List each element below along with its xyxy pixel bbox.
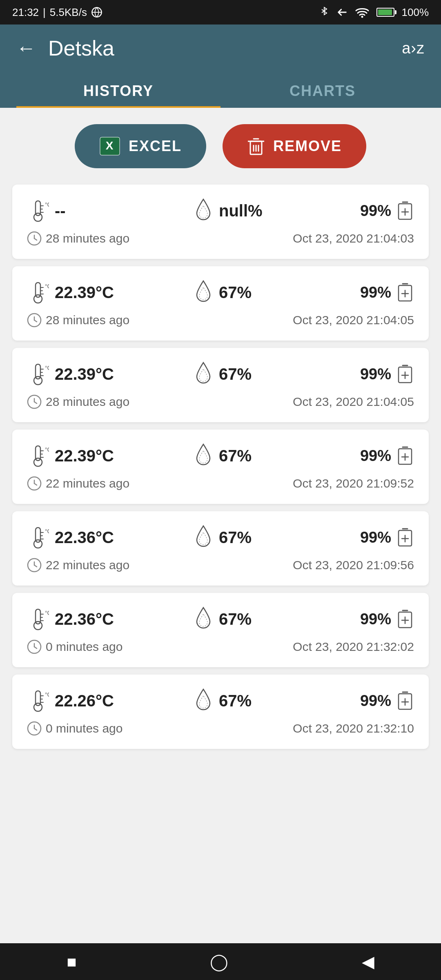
temperature-value: 22.26°C <box>55 692 114 710</box>
clock-icon <box>27 558 42 572</box>
time-ago-label: 0 minutes ago <box>46 640 122 654</box>
record-card: °C 22.36°C 67% 99% 0 minutes ago <box>12 593 429 667</box>
svg-line-48 <box>34 402 37 403</box>
record-card: °C 22.26°C 67% 99% 0 minutes ago <box>12 675 429 749</box>
record-card: °C 22.36°C 67% 99% 22 minutes ag <box>12 511 429 586</box>
excel-button[interactable]: X EXCEL <box>75 124 206 168</box>
svg-text:°C: °C <box>45 365 49 371</box>
record-card: °C 22.39°C 67% 99% 28 minutes ag <box>12 266 429 341</box>
humidity-value: null% <box>219 202 263 220</box>
arrow-icon <box>336 7 348 18</box>
nav-home-button[interactable]: ◯ <box>210 952 228 971</box>
humidity-value: 67% <box>219 528 252 547</box>
thermometer-icon: °C <box>27 524 49 549</box>
network-icon <box>91 7 102 18</box>
remove-button[interactable]: REMOVE <box>223 124 366 168</box>
bottom-nav: ■ ◯ ◀ <box>0 943 441 980</box>
battery-icon <box>376 8 394 17</box>
humidity-icon <box>194 524 213 549</box>
status-data-speed: 5.5KB/s <box>50 6 87 19</box>
svg-text:°C: °C <box>45 528 49 535</box>
thermometer-icon: °C <box>27 279 49 304</box>
tab-history[interactable]: HISTORY <box>16 73 220 108</box>
temperature-value: -- <box>55 202 66 220</box>
humidity-icon <box>194 279 213 304</box>
date-stamp: Oct 23, 2020 21:32:10 <box>293 722 414 735</box>
back-button[interactable]: ← <box>16 38 36 58</box>
date-stamp: Oct 23, 2020 21:04:05 <box>293 313 414 327</box>
status-network: | <box>43 6 46 19</box>
status-right: 100% <box>319 6 429 19</box>
status-left: 21:32 | 5.5KB/s <box>12 6 102 19</box>
clock-icon <box>27 721 42 736</box>
battery-value: 99% <box>360 610 391 628</box>
wifi-icon <box>355 7 369 18</box>
svg-point-36 <box>34 376 42 385</box>
svg-point-1 <box>361 16 363 18</box>
page-title: Detska <box>48 36 402 60</box>
trash-icon <box>247 136 265 156</box>
humidity-icon <box>194 688 213 712</box>
battery-value: 99% <box>360 692 391 710</box>
date-stamp: Oct 23, 2020 21:04:03 <box>293 232 414 245</box>
humidity-icon <box>194 443 213 467</box>
record-card: °C -- null% 99% 28 minutes ago <box>12 185 429 259</box>
svg-line-35 <box>34 320 37 322</box>
battery-card-icon <box>396 527 414 548</box>
record-card: °C 22.39°C 67% 99% 28 minutes ag <box>12 348 429 422</box>
svg-line-61 <box>34 483 37 485</box>
svg-text:°C: °C <box>45 446 49 453</box>
nav-back-button[interactable]: ◀ <box>362 952 374 971</box>
svg-text:°C: °C <box>45 201 49 208</box>
date-stamp: Oct 23, 2020 21:32:02 <box>293 640 414 654</box>
thermometer-icon: °C <box>27 606 49 630</box>
svg-line-100 <box>34 728 37 730</box>
clock-icon <box>27 639 42 654</box>
battery-card-icon <box>396 200 414 221</box>
humidity-icon <box>194 606 213 630</box>
nav-stop-button[interactable]: ■ <box>67 953 76 971</box>
humidity-icon <box>194 198 213 222</box>
battery-card-icon <box>396 445 414 466</box>
temperature-value: 22.39°C <box>55 447 114 465</box>
svg-point-62 <box>34 540 42 548</box>
svg-point-75 <box>34 621 42 630</box>
clock-icon <box>27 394 42 409</box>
tabs-container: HISTORY CHARTS <box>16 73 425 108</box>
temperature-value: 22.36°C <box>55 610 114 628</box>
svg-point-23 <box>34 295 42 303</box>
clock-icon <box>27 476 42 491</box>
battery-card-icon <box>396 609 414 629</box>
date-stamp: Oct 23, 2020 21:09:52 <box>293 477 414 490</box>
action-buttons: X EXCEL REMOVE <box>12 124 429 168</box>
thermometer-icon: °C <box>27 443 49 467</box>
humidity-value: 67% <box>219 610 252 628</box>
excel-icon: X <box>99 136 120 157</box>
svg-text:°C: °C <box>45 283 49 290</box>
time-ago-label: 28 minutes ago <box>46 313 129 327</box>
temperature-value: 22.36°C <box>55 528 114 547</box>
tab-charts[interactable]: CHARTS <box>220 73 425 108</box>
svg-point-49 <box>34 458 42 466</box>
content-area: X EXCEL REMOVE °C -- <box>0 108 441 773</box>
svg-text:X: X <box>106 139 114 152</box>
record-card: °C 22.39°C 67% 99% 22 minutes ag <box>12 430 429 504</box>
status-time: 21:32 <box>12 6 39 19</box>
cards-container: °C -- null% 99% 28 minutes ago <box>12 185 429 749</box>
humidity-value: 67% <box>219 283 252 302</box>
battery-card-icon <box>396 282 414 303</box>
bluetooth-icon <box>319 6 329 18</box>
battery-value: 99% <box>360 447 391 465</box>
humidity-value: 67% <box>219 692 252 710</box>
humidity-value: 67% <box>219 447 252 465</box>
thermometer-icon: °C <box>27 688 49 712</box>
sort-button[interactable]: a›z <box>402 40 425 57</box>
date-stamp: Oct 23, 2020 21:09:56 <box>293 558 414 572</box>
status-bar: 21:32 | 5.5KB/s 100% <box>0 0 441 24</box>
svg-point-88 <box>34 703 42 711</box>
time-ago-label: 22 minutes ago <box>46 558 129 572</box>
battery-value: 99% <box>360 284 391 301</box>
thermometer-icon: °C <box>27 198 49 222</box>
date-stamp: Oct 23, 2020 21:04:05 <box>293 395 414 409</box>
battery-value: 99% <box>360 365 391 383</box>
